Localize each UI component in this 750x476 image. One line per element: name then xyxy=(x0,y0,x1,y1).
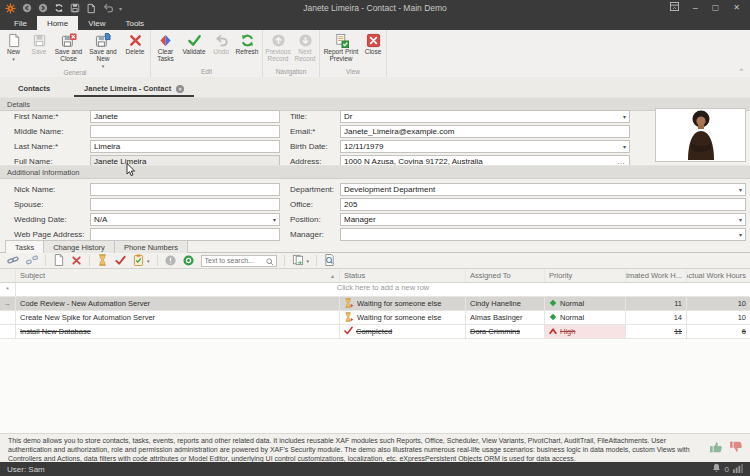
chevron-down-icon[interactable]: ▾ xyxy=(739,231,745,238)
office-field[interactable] xyxy=(340,198,746,211)
delete-task-icon[interactable] xyxy=(71,252,82,270)
close-window-button[interactable]: ✕ xyxy=(733,0,740,16)
notifications-bell-icon[interactable] xyxy=(712,463,721,475)
tab-contacts[interactable]: Contacts xyxy=(8,80,60,97)
cell-priority[interactable]: Normal xyxy=(545,311,626,324)
cell-estimated[interactable]: 11 xyxy=(626,325,687,338)
tab-current-contact[interactable]: Janete Limeira - Contact ✕ xyxy=(74,80,194,97)
report-print-preview-button[interactable]: Report Print Preview xyxy=(321,33,361,63)
refresh-button[interactable]: Refresh xyxy=(233,33,261,56)
new-record-qat-icon[interactable] xyxy=(86,3,96,14)
tab-close-icon[interactable]: ✕ xyxy=(176,85,184,93)
cell-status[interactable]: Waiting for someone else xyxy=(340,311,466,324)
cell-assigned-to[interactable]: Almas Basinger xyxy=(466,311,545,324)
cell-priority[interactable]: High xyxy=(545,325,626,338)
cell-subject[interactable]: Code Review - New Automation Server xyxy=(16,297,340,310)
column-header-priority[interactable]: Priority xyxy=(545,269,626,282)
column-header-assigned-to[interactable]: Assigned To xyxy=(466,269,545,282)
tab-file[interactable]: File xyxy=(4,16,37,30)
unlink-icon[interactable] xyxy=(26,252,38,270)
cell-estimated[interactable]: 14 xyxy=(626,311,687,324)
spouse-input[interactable] xyxy=(91,199,279,210)
chevron-down-icon[interactable]: ▾ xyxy=(739,186,745,193)
manager-input[interactable] xyxy=(341,229,739,240)
record-info-gray-icon[interactable] xyxy=(165,252,176,270)
delete-button[interactable]: Delete xyxy=(121,33,149,56)
navigate-forward-icon[interactable] xyxy=(38,3,48,13)
last-name-field[interactable] xyxy=(90,140,280,153)
save-button[interactable]: Save xyxy=(26,33,52,56)
export-icon[interactable] xyxy=(292,252,304,270)
maximize-button[interactable]: ▢ xyxy=(712,0,720,16)
nick-name-input[interactable] xyxy=(91,184,279,195)
department-input[interactable] xyxy=(341,184,739,195)
cell-actual[interactable]: 10 xyxy=(687,297,750,310)
wedding-date-input[interactable] xyxy=(91,214,273,225)
cell-status[interactable]: Waiting for someone else xyxy=(340,297,466,310)
mark-incomplete-hourglass-icon[interactable] xyxy=(97,252,108,270)
spouse-field[interactable] xyxy=(90,198,280,211)
chevron-down-icon[interactable]: ▾ xyxy=(623,113,629,120)
save-qat-icon[interactable] xyxy=(70,3,80,13)
last-name-input[interactable] xyxy=(91,141,279,152)
details-section-header[interactable]: Details xyxy=(0,97,750,111)
chevron-down-icon[interactable]: ▾ xyxy=(739,216,745,223)
task-actions-clipboard-icon[interactable] xyxy=(133,252,144,270)
tab-view[interactable]: View xyxy=(78,16,115,30)
ribbon-collapse-chevron-icon[interactable]: ^ xyxy=(740,67,743,74)
cell-subject[interactable]: Create New Spike for Automation Server xyxy=(16,311,340,324)
web-page-input[interactable] xyxy=(91,229,279,240)
position-input[interactable] xyxy=(341,214,739,225)
link-icon[interactable] xyxy=(7,252,19,270)
validate-button[interactable]: Validate xyxy=(179,33,209,56)
middle-name-field[interactable] xyxy=(90,125,280,138)
title-input[interactable] xyxy=(341,111,623,122)
column-header-status[interactable]: Status xyxy=(340,269,466,282)
tab-tools[interactable]: Tools xyxy=(115,16,154,30)
email-input[interactable] xyxy=(341,126,629,137)
column-header-subject[interactable]: Subject ▲ xyxy=(16,269,340,282)
qat-customize-chevron-icon[interactable]: ▾ xyxy=(119,5,122,12)
cell-estimated[interactable]: 11 xyxy=(626,297,687,310)
cell-priority[interactable]: Normal xyxy=(545,297,626,310)
navigate-back-icon[interactable] xyxy=(22,3,32,13)
undo-qat-icon[interactable] xyxy=(102,3,113,13)
mark-completed-check-icon[interactable] xyxy=(115,252,126,270)
cell-subject[interactable]: Install New Database xyxy=(16,325,340,338)
office-input[interactable] xyxy=(341,199,745,210)
chevron-down-icon[interactable]: ▾ xyxy=(273,216,279,223)
task-row-0[interactable]: → Code Review - New Automation Server Wa… xyxy=(0,297,750,311)
column-header-actual[interactable]: Actual Work Hours xyxy=(687,269,750,282)
first-name-field[interactable] xyxy=(90,110,280,123)
save-and-new-button[interactable]: Save and New ▾ xyxy=(85,33,121,68)
new-button[interactable]: New ▾ xyxy=(1,33,26,61)
cell-status[interactable]: Completed xyxy=(340,325,466,338)
search-input[interactable] xyxy=(202,257,266,264)
thumbs-down-icon[interactable] xyxy=(729,440,743,458)
search-icon[interactable] xyxy=(266,252,274,270)
cell-assigned-to[interactable]: Cindy Haneline xyxy=(466,297,545,310)
cell-actual[interactable]: 6 xyxy=(687,325,750,338)
record-info-green-icon[interactable] xyxy=(183,252,194,270)
department-field[interactable]: ▾ xyxy=(340,183,746,196)
first-name-input[interactable] xyxy=(91,111,279,122)
search-box[interactable] xyxy=(201,255,277,267)
cell-actual[interactable]: 10 xyxy=(687,311,750,324)
new-task-icon[interactable] xyxy=(53,252,64,270)
chevron-down-icon[interactable]: ▾ xyxy=(147,258,150,264)
email-field[interactable] xyxy=(340,125,630,138)
previous-record-button[interactable]: Previous Record xyxy=(264,33,292,63)
ribbon-display-options-icon[interactable] xyxy=(670,0,679,16)
chevron-down-icon[interactable]: ▾ xyxy=(623,143,629,150)
grid-new-row[interactable]: * Click here to add a new row xyxy=(0,283,750,297)
wedding-date-field[interactable]: ▾ xyxy=(90,213,280,226)
additional-info-section-header[interactable]: Additional Information xyxy=(0,165,750,179)
birth-date-input[interactable] xyxy=(341,141,623,152)
nick-name-field[interactable] xyxy=(90,183,280,196)
contact-photo[interactable] xyxy=(655,108,746,162)
undo-button[interactable]: Undo xyxy=(209,33,233,56)
thumbs-up-icon[interactable] xyxy=(709,440,723,458)
minimize-button[interactable]: – xyxy=(693,0,698,16)
new-row-hint[interactable]: Click here to add a new row xyxy=(16,283,750,296)
next-record-button[interactable]: Next Record xyxy=(292,33,318,63)
